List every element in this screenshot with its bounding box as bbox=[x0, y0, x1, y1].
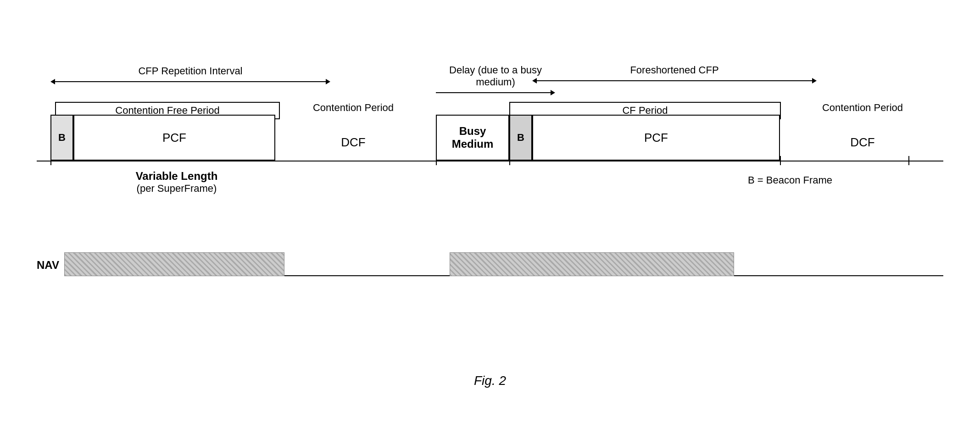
block-b-left: B bbox=[50, 115, 73, 161]
delay-shaft bbox=[436, 92, 551, 93]
foreshortened-arrow bbox=[532, 78, 817, 83]
delay-arrow bbox=[436, 90, 555, 95]
cfp-rep-interval-label: CFP Repetition Interval bbox=[50, 65, 330, 77]
delay-arrowhead-r bbox=[551, 90, 555, 95]
block-busy-line1: Busy bbox=[459, 125, 486, 137]
nav-area: NAV bbox=[37, 248, 943, 289]
foreshortened-label: Foreshortened CFP bbox=[532, 64, 817, 83]
block-pcf-right: PCF bbox=[532, 115, 780, 161]
block-busy: Busy Medium bbox=[436, 115, 509, 161]
foreshortened-text: Foreshortened CFP bbox=[532, 64, 817, 76]
dcf-label-right: DCF bbox=[798, 135, 927, 150]
dcf-label-left: DCF bbox=[294, 135, 413, 150]
cp-label-right: Contention Period bbox=[798, 102, 927, 114]
arrow-head-left bbox=[50, 79, 55, 84]
foreshortened-shaft bbox=[537, 80, 812, 81]
block-busy-line2: Medium bbox=[452, 138, 494, 150]
nav-label: NAV bbox=[37, 259, 59, 272]
baseline bbox=[37, 161, 943, 161]
var-length-line1: Variable Length bbox=[64, 170, 289, 183]
arrow-shaft bbox=[55, 81, 326, 82]
nav-block-1 bbox=[64, 252, 284, 276]
foreshortened-arrow-r bbox=[812, 78, 817, 83]
beacon-label: B = Beacon Frame bbox=[748, 174, 832, 186]
cp-label-left: Contention Period bbox=[294, 102, 413, 114]
vtick-right bbox=[908, 156, 909, 165]
var-length-line2: (per SuperFrame) bbox=[64, 183, 289, 195]
nav-block-2 bbox=[450, 252, 734, 276]
foreshortened-arrow-l bbox=[532, 78, 537, 83]
timeline-area: CFP Repetition Interval Contention Free … bbox=[37, 64, 943, 220]
cfp-rep-interval-arrow bbox=[50, 79, 330, 84]
cfp-rep-interval-group: CFP Repetition Interval bbox=[50, 65, 330, 84]
vtick-pcf-end bbox=[780, 156, 781, 165]
arrow-head-right bbox=[326, 79, 330, 84]
diagram-container: CFP Repetition Interval Contention Free … bbox=[37, 28, 943, 397]
fig-label: Fig. 2 bbox=[37, 373, 943, 388]
block-pcf-left: PCF bbox=[73, 115, 275, 161]
var-length-label: Variable Length (per SuperFrame) bbox=[64, 170, 289, 195]
block-b-right: B bbox=[509, 115, 532, 161]
